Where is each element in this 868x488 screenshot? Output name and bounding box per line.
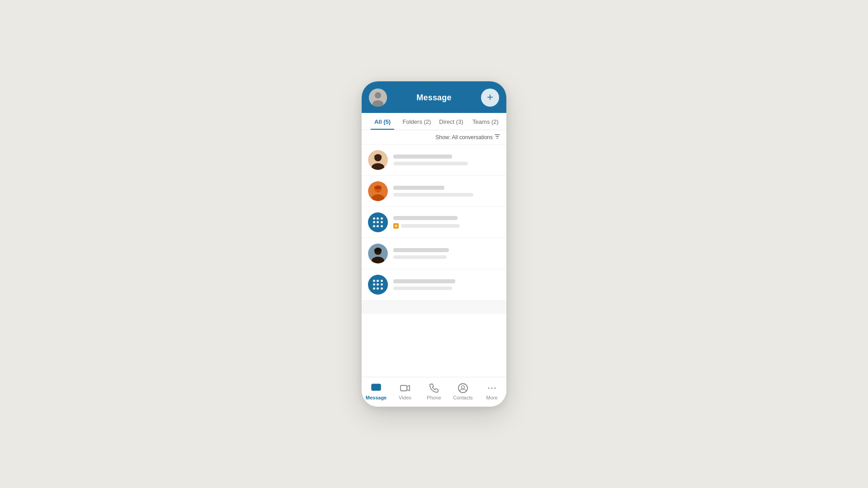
- message-preview-placeholder: [393, 162, 468, 165]
- message-meta: [393, 223, 500, 229]
- bottom-navigation: Message Video Phone: [362, 377, 506, 407]
- svg-rect-18: [401, 385, 407, 391]
- message-nav-label: Message: [366, 395, 387, 400]
- contacts-icon: [458, 383, 468, 394]
- nav-more[interactable]: More: [477, 381, 506, 402]
- conversation-content: [393, 279, 500, 290]
- nav-contacts[interactable]: Contacts: [448, 381, 477, 402]
- team-grid-icon: [373, 280, 383, 290]
- tabs-bar: All (5) Folders (2) Direct (3) Teams (2): [362, 113, 506, 130]
- contact-name-placeholder: [393, 186, 444, 190]
- app-header: Message +: [362, 81, 506, 113]
- conversation-item[interactable]: [362, 238, 506, 269]
- header-title: Message: [416, 93, 451, 103]
- message-preview-placeholder: [393, 193, 473, 197]
- contact-name-placeholder: [393, 155, 452, 159]
- phone-icon: [429, 383, 439, 394]
- filter-label: Show: All conversations: [435, 134, 493, 141]
- user-avatar[interactable]: [369, 89, 387, 107]
- contact-avatar: [368, 244, 388, 263]
- tab-direct[interactable]: Direct (3): [434, 113, 468, 130]
- team-avatar: [368, 212, 388, 232]
- message-preview-placeholder: [401, 224, 460, 228]
- video-nav-label: Video: [399, 395, 411, 400]
- contact-name-placeholder: [393, 216, 458, 220]
- phone-frame: Message + All (5) Folders (2) Direct (3)…: [362, 81, 506, 407]
- list-spacer: [362, 300, 506, 314]
- conversation-item[interactable]: [362, 207, 506, 238]
- team-grid-icon: [373, 217, 383, 227]
- team-avatar: [368, 275, 388, 295]
- more-icon: [486, 383, 497, 394]
- phone-nav-label: Phone: [427, 395, 441, 400]
- svg-rect-15: [374, 248, 382, 252]
- tab-all[interactable]: All (5): [365, 113, 400, 130]
- svg-rect-6: [374, 155, 382, 158]
- tab-folders[interactable]: Folders (2): [400, 113, 434, 130]
- svg-point-20: [462, 386, 465, 389]
- message-icon: [371, 383, 382, 394]
- svg-point-1: [375, 92, 381, 99]
- conversation-item[interactable]: [362, 176, 506, 207]
- plus-icon: +: [487, 92, 493, 103]
- conversation-content: [393, 216, 500, 229]
- svg-point-23: [495, 388, 496, 389]
- contacts-nav-label: Contacts: [453, 395, 472, 400]
- filter-icon: [495, 134, 500, 141]
- conversation-content: [393, 186, 500, 197]
- tab-teams[interactable]: Teams (2): [468, 113, 503, 130]
- conversation-content: [393, 155, 500, 165]
- message-preview-placeholder: [393, 255, 447, 259]
- nav-message[interactable]: Message: [362, 381, 391, 402]
- attachment-icon: [393, 223, 399, 229]
- video-icon: [400, 383, 410, 394]
- contact-avatar: [368, 150, 388, 170]
- compose-button[interactable]: +: [481, 89, 499, 107]
- conversation-content: [393, 248, 500, 259]
- nav-phone[interactable]: Phone: [420, 381, 448, 402]
- conversation-item[interactable]: [362, 269, 506, 300]
- svg-point-22: [491, 388, 493, 389]
- more-nav-label: More: [486, 395, 497, 400]
- contact-name-placeholder: [393, 248, 449, 252]
- filter-bar[interactable]: Show: All conversations: [362, 130, 506, 145]
- contact-name-placeholder: [393, 279, 455, 283]
- message-preview-placeholder: [393, 286, 452, 290]
- contact-avatar: [368, 181, 388, 201]
- nav-video[interactable]: Video: [391, 381, 420, 402]
- conversation-list: [362, 145, 506, 377]
- svg-point-21: [488, 388, 490, 389]
- conversation-item[interactable]: [362, 145, 506, 176]
- svg-rect-17: [372, 384, 381, 390]
- svg-rect-10: [374, 186, 382, 189]
